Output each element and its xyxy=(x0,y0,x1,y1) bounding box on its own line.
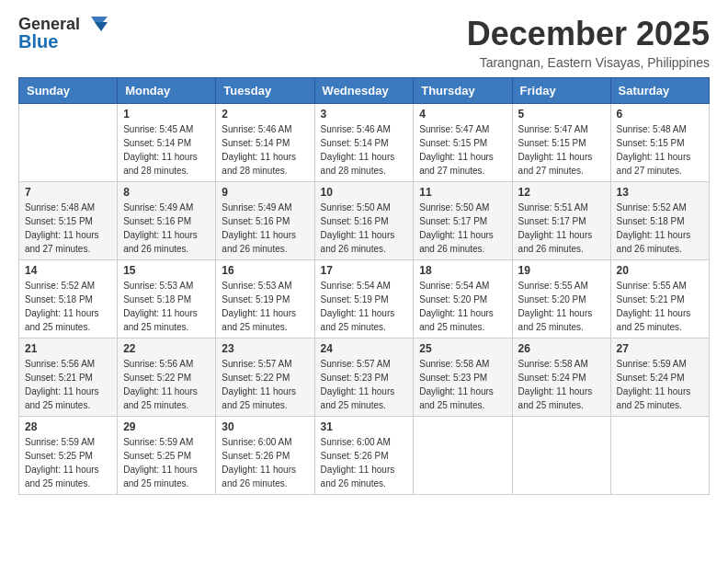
calendar-cell: 12Sunrise: 5:51 AMSunset: 5:17 PMDayligh… xyxy=(512,182,610,260)
day-number: 23 xyxy=(222,342,308,355)
day-number: 9 xyxy=(222,186,308,199)
day-of-week-header: Sunday xyxy=(19,78,118,104)
day-of-week-header: Saturday xyxy=(610,78,709,104)
calendar-cell: 10Sunrise: 5:50 AMSunset: 5:16 PMDayligh… xyxy=(314,182,414,260)
day-info: Sunrise: 5:46 AMSunset: 5:14 PMDaylight:… xyxy=(222,122,308,178)
day-number: 14 xyxy=(25,264,111,277)
day-info: Sunrise: 5:59 AMSunset: 5:25 PMDaylight:… xyxy=(123,435,210,490)
day-of-week-header: Tuesday xyxy=(216,78,314,104)
day-number: 28 xyxy=(25,420,111,433)
day-info: Sunrise: 5:47 AMSunset: 5:15 PMDaylight:… xyxy=(518,122,605,178)
calendar-cell: 4Sunrise: 5:47 AMSunset: 5:15 PMDaylight… xyxy=(414,104,512,182)
calendar-body: 1Sunrise: 5:45 AMSunset: 5:14 PMDaylight… xyxy=(19,104,710,495)
calendar-cell: 31Sunrise: 6:00 AMSunset: 5:26 PMDayligh… xyxy=(314,417,414,495)
day-info: Sunrise: 5:53 AMSunset: 5:19 PMDaylight:… xyxy=(222,279,308,334)
day-info: Sunrise: 5:58 AMSunset: 5:24 PMDaylight:… xyxy=(518,357,605,412)
calendar-cell: 16Sunrise: 5:53 AMSunset: 5:19 PMDayligh… xyxy=(216,260,314,339)
calendar-week-row: 21Sunrise: 5:56 AMSunset: 5:21 PMDayligh… xyxy=(19,339,710,417)
day-info: Sunrise: 5:57 AMSunset: 5:22 PMDaylight:… xyxy=(222,357,308,412)
day-number: 7 xyxy=(25,186,111,199)
day-number: 22 xyxy=(123,342,210,355)
month-year: December 2025 xyxy=(467,15,710,53)
day-info: Sunrise: 5:49 AMSunset: 5:16 PMDaylight:… xyxy=(222,201,308,256)
day-number: 20 xyxy=(617,264,703,277)
calendar-cell: 29Sunrise: 5:59 AMSunset: 5:25 PMDayligh… xyxy=(118,417,216,495)
calendar-cell: 26Sunrise: 5:58 AMSunset: 5:24 PMDayligh… xyxy=(512,339,610,417)
calendar-cell: 13Sunrise: 5:52 AMSunset: 5:18 PMDayligh… xyxy=(610,182,709,260)
logo-blue-text: Blue xyxy=(18,31,58,52)
calendar-cell xyxy=(610,417,709,495)
calendar-cell: 23Sunrise: 5:57 AMSunset: 5:22 PMDayligh… xyxy=(216,339,314,417)
svg-marker-1 xyxy=(95,22,108,31)
day-number: 5 xyxy=(518,108,605,121)
day-number: 1 xyxy=(123,108,210,121)
calendar-week-row: 28Sunrise: 5:59 AMSunset: 5:25 PMDayligh… xyxy=(19,417,710,495)
title-area: December 2025 Tarangnan, Eastern Visayas… xyxy=(467,15,710,70)
day-number: 6 xyxy=(617,108,703,121)
day-info: Sunrise: 5:55 AMSunset: 5:20 PMDaylight:… xyxy=(518,279,605,334)
day-number: 13 xyxy=(617,186,703,199)
header: General Blue December 2025 Tarangnan, Ea… xyxy=(18,15,710,70)
day-number: 10 xyxy=(321,186,408,199)
day-of-week-header: Friday xyxy=(512,78,610,104)
calendar-cell: 8Sunrise: 5:49 AMSunset: 5:16 PMDaylight… xyxy=(118,182,216,260)
day-number: 8 xyxy=(123,186,210,199)
day-number: 30 xyxy=(222,420,308,433)
location: Tarangnan, Eastern Visayas, Philippines xyxy=(467,55,710,70)
day-info: Sunrise: 5:49 AMSunset: 5:16 PMDaylight:… xyxy=(123,201,210,256)
calendar-cell: 2Sunrise: 5:46 AMSunset: 5:14 PMDaylight… xyxy=(216,104,314,182)
day-info: Sunrise: 5:51 AMSunset: 5:17 PMDaylight:… xyxy=(518,201,605,256)
day-info: Sunrise: 5:54 AMSunset: 5:19 PMDaylight:… xyxy=(321,279,408,334)
calendar-cell: 15Sunrise: 5:53 AMSunset: 5:18 PMDayligh… xyxy=(118,260,216,339)
day-number: 24 xyxy=(321,342,408,355)
day-info: Sunrise: 5:56 AMSunset: 5:21 PMDaylight:… xyxy=(25,357,111,412)
logo-icon xyxy=(82,15,108,35)
calendar-cell: 19Sunrise: 5:55 AMSunset: 5:20 PMDayligh… xyxy=(512,260,610,339)
calendar-cell xyxy=(19,104,118,182)
calendar-cell: 5Sunrise: 5:47 AMSunset: 5:15 PMDaylight… xyxy=(512,104,610,182)
calendar-cell: 6Sunrise: 5:48 AMSunset: 5:15 PMDaylight… xyxy=(610,104,709,182)
day-number: 21 xyxy=(25,342,111,355)
day-number: 12 xyxy=(518,186,605,199)
calendar-cell: 30Sunrise: 6:00 AMSunset: 5:26 PMDayligh… xyxy=(216,417,314,495)
day-info: Sunrise: 6:00 AMSunset: 5:26 PMDaylight:… xyxy=(222,435,308,490)
calendar-cell: 3Sunrise: 5:46 AMSunset: 5:14 PMDaylight… xyxy=(314,104,414,182)
calendar-cell: 7Sunrise: 5:48 AMSunset: 5:15 PMDaylight… xyxy=(19,182,118,260)
day-of-week-header: Wednesday xyxy=(314,78,414,104)
calendar-header-row: SundayMondayTuesdayWednesdayThursdayFrid… xyxy=(19,78,710,104)
day-number: 17 xyxy=(321,264,408,277)
day-number: 18 xyxy=(419,264,506,277)
day-number: 26 xyxy=(518,342,605,355)
day-info: Sunrise: 5:48 AMSunset: 5:15 PMDaylight:… xyxy=(25,201,111,256)
calendar-cell: 21Sunrise: 5:56 AMSunset: 5:21 PMDayligh… xyxy=(19,339,118,417)
day-number: 27 xyxy=(617,342,703,355)
day-number: 19 xyxy=(518,264,605,277)
calendar-cell: 14Sunrise: 5:52 AMSunset: 5:18 PMDayligh… xyxy=(19,260,118,339)
day-info: Sunrise: 5:47 AMSunset: 5:15 PMDaylight:… xyxy=(419,122,506,178)
day-info: Sunrise: 5:45 AMSunset: 5:14 PMDaylight:… xyxy=(123,122,210,178)
day-info: Sunrise: 5:50 AMSunset: 5:16 PMDaylight:… xyxy=(321,201,408,256)
calendar-cell: 17Sunrise: 5:54 AMSunset: 5:19 PMDayligh… xyxy=(314,260,414,339)
day-info: Sunrise: 6:00 AMSunset: 5:26 PMDaylight:… xyxy=(321,435,408,490)
calendar-cell xyxy=(414,417,512,495)
calendar-cell: 24Sunrise: 5:57 AMSunset: 5:23 PMDayligh… xyxy=(314,339,414,417)
day-info: Sunrise: 5:46 AMSunset: 5:14 PMDaylight:… xyxy=(321,122,408,178)
calendar-cell: 28Sunrise: 5:59 AMSunset: 5:25 PMDayligh… xyxy=(19,417,118,495)
day-number: 25 xyxy=(419,342,506,355)
day-number: 16 xyxy=(222,264,308,277)
calendar-week-row: 7Sunrise: 5:48 AMSunset: 5:15 PMDaylight… xyxy=(19,182,710,260)
day-info: Sunrise: 5:57 AMSunset: 5:23 PMDaylight:… xyxy=(321,357,408,412)
day-info: Sunrise: 5:48 AMSunset: 5:15 PMDaylight:… xyxy=(617,122,703,178)
day-number: 2 xyxy=(222,108,308,121)
day-of-week-header: Thursday xyxy=(414,78,512,104)
calendar-cell: 27Sunrise: 5:59 AMSunset: 5:24 PMDayligh… xyxy=(610,339,709,417)
day-number: 29 xyxy=(123,420,210,433)
day-number: 15 xyxy=(123,264,210,277)
calendar-cell: 25Sunrise: 5:58 AMSunset: 5:23 PMDayligh… xyxy=(414,339,512,417)
calendar-cell: 11Sunrise: 5:50 AMSunset: 5:17 PMDayligh… xyxy=(414,182,512,260)
day-info: Sunrise: 5:52 AMSunset: 5:18 PMDaylight:… xyxy=(25,279,111,334)
calendar-week-row: 1Sunrise: 5:45 AMSunset: 5:14 PMDaylight… xyxy=(19,104,710,182)
calendar-cell: 1Sunrise: 5:45 AMSunset: 5:14 PMDaylight… xyxy=(118,104,216,182)
calendar-week-row: 14Sunrise: 5:52 AMSunset: 5:18 PMDayligh… xyxy=(19,260,710,339)
day-info: Sunrise: 5:56 AMSunset: 5:22 PMDaylight:… xyxy=(123,357,210,412)
